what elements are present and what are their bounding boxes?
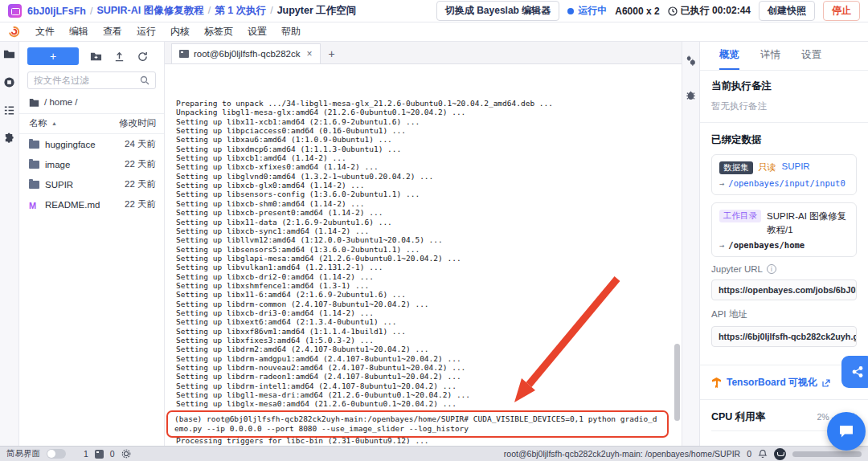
tensorboard-icon [711,377,722,388]
debugger-bug-icon[interactable] [685,89,697,101]
terminal-log-line: Setting up libxcb-shm0:amd64 (1.14-2) ..… [176,199,682,208]
breadcrumb-project-name[interactable]: SUPIR-AI 图像修复教程 [96,4,211,18]
terminal-log-line: Setting up libxcb-present0:amd64 (1.14-2… [176,208,682,217]
file-browser-panel: + / home / 名称 ▲ 修 [19,42,165,446]
file-modified: 22 天前 [125,198,156,210]
workdir-name[interactable]: SUPIR-AI 图像修复教程/1 [767,210,849,236]
stop-button[interactable]: 停止 [823,1,860,21]
terminal-output[interactable]: Preparing to unpack .../34-libgl1-mesa-g… [165,64,682,446]
chat-bubble-icon [837,422,855,440]
info-icon[interactable]: i [767,264,776,274]
tab-details[interactable]: 详情 [760,48,780,70]
kernel-count: 1 [84,449,88,459]
menu-item[interactable]: 查看 [96,23,129,40]
menu-item[interactable]: 设置 [240,23,274,40]
dataset-link[interactable]: SUPIR [782,161,810,171]
new-launcher-button[interactable]: + [27,47,79,65]
refresh-icon[interactable] [137,51,149,63]
terminal-scrollbar[interactable] [674,344,680,421]
file-type-icon [29,181,39,189]
tab-overview[interactable]: 概览 [719,48,739,70]
openbayes-project-icon [8,4,22,18]
breadcrumb: 6bJ0ljLFsFh SUPIR-AI 图像修复教程 第 1 次执行 Jupy… [27,4,356,18]
terminal-tab[interactable]: root@6bj0ljlfsfh-qcb282ck × [171,43,321,63]
running-kernels-icon[interactable] [3,76,15,88]
horizontal-scrollbar[interactable] [792,451,862,457]
share-nodes-icon [850,364,866,380]
terminal-log-line: Setting up libxcb-dri2-0:amd64 (1.14-2) … [176,272,682,281]
tab-settings[interactable]: 设置 [801,48,821,70]
breadcrumb-project-id[interactable]: 6bJ0ljLFsFh [27,6,92,17]
column-name[interactable]: 名称 ▲ [29,117,119,129]
file-row[interactable]: SUPIR 22 天前 [19,174,164,194]
file-row[interactable]: README.md 22 天前 [19,194,164,214]
file-modified: 24 天前 [125,138,156,150]
tensorboard-link[interactable]: TensorBoard 可视化 [711,376,857,390]
elapsed-time: 已执行 00:02:44 [668,4,751,18]
upload-icon[interactable] [113,51,125,63]
terminal-log-line: Setting up libx11-data (2:1.6.9-2ubuntu1… [176,218,682,226]
terminal-log: Preparing to unpack .../34-libgl1-mesa-g… [165,64,682,445]
external-link-icon [822,379,830,387]
terminal-log-line: Unpacking libgl1-mesa-glx:amd64 (21.2.6-… [176,108,682,116]
terminal-log-line: Setting up libglx-mesa0:amd64 (21.2.6-0u… [176,399,682,408]
terminal-log-line: Setting up libxcb-sync1:amd64 (1.14-2) .… [176,226,682,235]
table-of-contents-icon[interactable] [3,104,15,116]
notification-count: 0 [747,449,751,459]
terminal-log-line: Setting up libglvnd0:amd64 (1.3.2-1~ubun… [176,172,682,181]
file-list: huggingface 24 天前 image 22 天前 SUPIR 22 天… [19,134,164,214]
file-type-icon [29,201,39,209]
terminal-count-icon [95,450,104,459]
file-breadcrumb[interactable]: / home / [19,96,164,113]
api-address-value[interactable]: https://6bj0ljlfsfh-qcb282ck2uyh.gec [711,326,857,347]
intercom-avatar-icon[interactable] [774,448,786,460]
simple-ui-toggle[interactable] [47,449,66,459]
property-inspector-icon[interactable] [685,55,697,67]
dataset-mount-path[interactable]: /openbayes/input/input0 [728,178,845,188]
menu-item[interactable]: 帮助 [274,23,308,40]
file-row[interactable]: image 22 天前 [19,154,164,174]
terminal-log-line: Setting up libxshmfence1:amd64 (1.3-1) .… [176,281,682,290]
file-filter-input[interactable] [34,75,135,85]
note-section: 当前执行备注 暂无执行备注 [700,71,868,120]
breadcrumb-run-number[interactable]: 第 1 次执行 [215,4,272,18]
file-browser-icon[interactable] [3,48,15,60]
terminal-icon [179,50,189,58]
new-tab-button[interactable]: + [322,43,342,63]
menu-item[interactable]: 运行 [129,23,163,40]
terminal-log-line: Setting up libxext6:amd64 (2:1.3.4-0ubun… [176,317,682,326]
terminal-log-line: Setting up libgl1-mesa-dri:amd64 (21.2.6… [176,390,682,399]
new-folder-icon[interactable] [90,51,102,63]
readonly-label: 只读 [759,161,776,173]
kernel-status-icon[interactable] [121,449,131,459]
file-filter-box[interactable] [27,71,156,89]
close-tab-icon[interactable]: × [307,48,313,59]
file-type-icon [29,141,39,149]
menu-item[interactable]: 内核 [163,23,197,40]
terminal-log-line: Setting up libdrm-radeon1:amd64 (2.4.107… [176,372,682,381]
terminal-log-line: Setting up libglapi-mesa:amd64 (21.2.6-0… [176,254,682,263]
dataset-card: 数据集 只读 SUPIR → /openbayes/input/input0 [711,154,857,195]
run-status-label: 运行中 [578,4,607,18]
left-activity-bar [0,42,19,446]
bell-icon[interactable] [758,449,768,459]
column-modified[interactable]: 修改时间 [119,117,156,129]
api-address-label: API 地址 [711,308,857,320]
menu-item[interactable]: 文件 [28,23,62,40]
chat-fab[interactable] [827,412,866,451]
menu-item[interactable]: 编辑 [62,23,96,40]
file-row[interactable]: huggingface 24 天前 [19,134,164,154]
terminal-log-line: Setting up libxcb-glx0:amd64 (1.14-2) ..… [176,181,682,190]
jupyter-url-value[interactable]: https://openbayes.com/jobs/6bJ0ljLl [711,279,857,300]
sort-asc-icon: ▲ [51,120,57,126]
terminal-log-line: Setting up libpciaccess0:amd64 (0.16-0ub… [176,126,682,135]
extensions-icon[interactable] [3,133,15,145]
file-name: huggingface [45,140,125,149]
terminal-log-line: Setting up libxfixes3:amd64 (1:5.0.3-2) … [176,336,682,345]
dataset-badge: 数据集 [719,161,753,174]
create-snapshot-button[interactable]: 创建快照 [759,1,815,21]
menu-item[interactable]: 标签页 [197,23,240,40]
share-graph-fab[interactable] [841,356,868,388]
file-name: image [45,160,125,169]
switch-editor-button[interactable]: 切换成 Bayeslab 编辑器 [436,1,559,21]
